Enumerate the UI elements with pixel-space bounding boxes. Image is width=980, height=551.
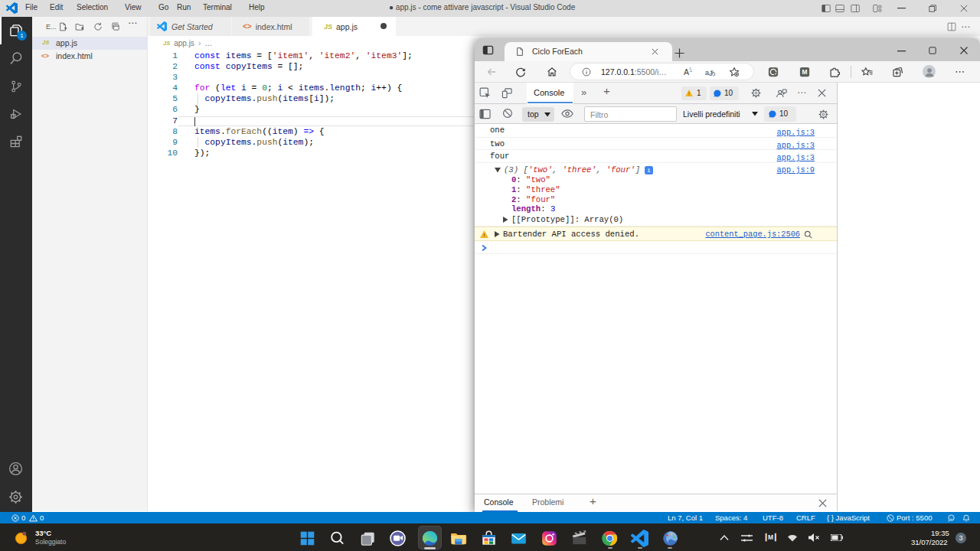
svg-text:!: !: [688, 91, 690, 96]
svg-text:!: !: [482, 233, 485, 238]
svg-text:M: M: [802, 68, 808, 76]
